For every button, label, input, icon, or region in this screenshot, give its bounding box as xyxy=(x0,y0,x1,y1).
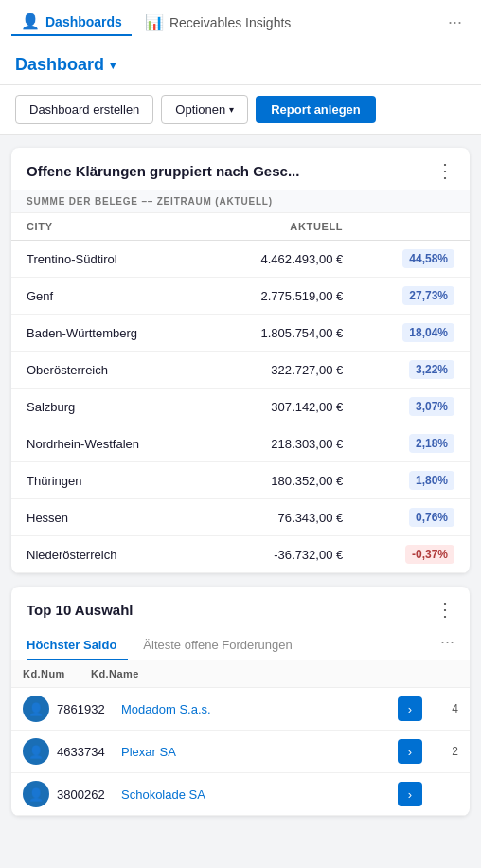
offene-klarungen-card: Offene Klärungen gruppiert nach Gesc... … xyxy=(11,148,470,573)
nav-dashboards-label: Dashboards xyxy=(45,14,122,29)
customer-name: Plexar SA xyxy=(121,745,390,759)
toolbar: Dashboard erstellen Optionen ▾ Report an… xyxy=(0,85,481,135)
city-cell: Oberösterreich xyxy=(11,352,205,389)
city-cell: Niederösterreich xyxy=(11,536,205,573)
avatar: 👤 xyxy=(23,738,49,765)
percent-cell: -0,37% xyxy=(358,536,470,573)
nav-receivables-label: Receivables Insights xyxy=(169,15,291,30)
card1-header: Offene Klärungen gruppiert nach Gesc... … xyxy=(11,148,470,190)
nav-receivables[interactable]: 📊 Receivables Insights xyxy=(135,9,300,35)
value-cell: 1.805.754,00 € xyxy=(205,315,358,352)
card2-inner: Kd.Num Kd.Name 👤 7861932 Modadom S.a.s. … xyxy=(11,660,470,816)
table-row: Baden-Württemberg 1.805.754,00 € 18,04% xyxy=(11,315,470,352)
value-cell: 76.343,00 € xyxy=(205,499,358,536)
card1-menu-icon[interactable]: ⋮ xyxy=(436,161,454,180)
city-cell: Hessen xyxy=(11,499,205,536)
table-row: Nordrhein-Westfalen 218.303,00 € 2,18% xyxy=(11,425,470,462)
card2-header: Top 10 Auswahl ⋮ xyxy=(11,587,470,628)
tabs-more-button[interactable]: ··· xyxy=(440,632,454,656)
options-dropdown-arrow: ▾ xyxy=(229,104,234,115)
table-row: Salzburg 307.142,00 € 3,07% xyxy=(11,389,470,425)
table-row: Thüringen 180.352,00 € 1,80% xyxy=(11,462,470,499)
amount-cell: 2 xyxy=(430,745,458,758)
create-report-button[interactable]: Report anlegen xyxy=(256,96,376,123)
value-cell: 4.462.493,00 € xyxy=(205,241,358,278)
customer-id: 7861932 xyxy=(57,702,114,716)
customer-name: Schokolade SA xyxy=(121,787,390,802)
value-cell: -36.732,00 € xyxy=(205,536,358,573)
customer-id: 4633734 xyxy=(57,745,114,759)
table-row: Hessen 76.343,00 € 0,76% xyxy=(11,499,470,536)
customer-id: 3800262 xyxy=(57,787,114,802)
create-dashboard-button[interactable]: Dashboard erstellen xyxy=(15,95,153,124)
card1-table: CITY AKTUELL Trentino-Südtirol 4.462.493… xyxy=(11,213,470,573)
list-item: 👤 7861932 Modadom S.a.s. › 4 xyxy=(11,688,470,731)
percent-cell: 44,58% xyxy=(358,241,470,278)
top-nav: 👤 Dashboards 📊 Receivables Insights ··· xyxy=(0,0,481,45)
card1-title: Offene Klärungen gruppiert nach Gesc... xyxy=(27,163,299,179)
city-cell: Baden-Württemberg xyxy=(11,315,205,352)
col-city-header: CITY xyxy=(11,213,205,241)
city-cell: Genf xyxy=(11,278,205,315)
table-row: Trentino-Südtirol 4.462.493,00 € 44,58% xyxy=(11,241,470,278)
options-button[interactable]: Optionen ▾ xyxy=(161,95,248,124)
value-cell: 218.303,00 € xyxy=(205,425,358,462)
nav-dashboards[interactable]: 👤 Dashboards xyxy=(11,9,132,36)
dashboard-title-dropdown[interactable]: Dashboard ▾ xyxy=(15,55,466,75)
dashboards-icon: 👤 xyxy=(21,12,40,30)
tabs-bar: Höchster Saldo Älteste offene Forderunge… xyxy=(11,628,470,660)
table-row: Niederösterreich -36.732,00 € -0,37% xyxy=(11,536,470,573)
city-cell: Trentino-Südtirol xyxy=(11,241,205,278)
value-cell: 322.727,00 € xyxy=(205,352,358,389)
percent-cell: 0,76% xyxy=(358,499,470,536)
percent-cell: 27,73% xyxy=(358,278,470,315)
percent-cell: 18,04% xyxy=(358,315,470,352)
card2-menu-icon[interactable]: ⋮ xyxy=(436,600,454,619)
dashboard-dropdown-arrow: ▾ xyxy=(110,59,116,72)
tab-hoechster-saldo[interactable]: Höchster Saldo xyxy=(27,628,128,660)
table-row: Genf 2.775.519,00 € 27,73% xyxy=(11,278,470,315)
col-kdnum-header: Kd.Num xyxy=(23,668,91,679)
header-bar: Dashboard ▾ xyxy=(0,45,481,85)
customer-name: Modadom S.a.s. xyxy=(121,702,390,716)
list-item: 👤 4633734 Plexar SA › 2 xyxy=(11,731,470,773)
table-row: Oberösterreich 322.727,00 € 3,22% xyxy=(11,352,470,389)
navigate-button[interactable]: › xyxy=(398,782,422,806)
value-cell: 2.775.519,00 € xyxy=(205,278,358,315)
card2-table-header: Kd.Num Kd.Name xyxy=(11,660,470,688)
amount-cell: 4 xyxy=(430,702,458,715)
value-cell: 307.142,00 € xyxy=(205,389,358,425)
navigate-button[interactable]: › xyxy=(398,739,422,764)
dashboard-title-label: Dashboard xyxy=(15,55,104,75)
city-cell: Thüringen xyxy=(11,462,205,499)
percent-cell: 3,22% xyxy=(358,352,470,389)
city-cell: Nordrhein-Westfalen xyxy=(11,425,205,462)
percent-cell: 1,80% xyxy=(358,462,470,499)
value-cell: 180.352,00 € xyxy=(205,462,358,499)
card2-title: Top 10 Auswahl xyxy=(27,602,134,618)
city-cell: Salzburg xyxy=(11,389,205,425)
main-content: Offene Klärungen gruppiert nach Gesc... … xyxy=(0,135,481,829)
percent-cell: 2,18% xyxy=(358,425,470,462)
avatar: 👤 xyxy=(23,696,49,722)
tab-aelteste-forderungen[interactable]: Älteste offene Forderungen xyxy=(143,628,303,660)
col-kdname-header: Kd.Name xyxy=(91,668,458,679)
navigate-button[interactable]: › xyxy=(398,696,422,721)
nav-more-button[interactable]: ··· xyxy=(440,9,470,36)
col-aktuell-header: AKTUELL xyxy=(205,213,358,241)
top10-card: Top 10 Auswahl ⋮ Höchster Saldo Älteste … xyxy=(11,587,470,816)
col-percent-header xyxy=(358,213,470,241)
list-item: 👤 3800262 Schokolade SA › xyxy=(11,773,470,816)
card2-rows: 👤 7861932 Modadom S.a.s. › 4 👤 4633734 P… xyxy=(11,688,470,816)
percent-cell: 3,07% xyxy=(358,389,470,425)
receivables-icon: 📊 xyxy=(145,13,164,31)
card1-section-label: SUMME DER BELEGE –– ZEITRAUM (AKTUELL) xyxy=(11,190,470,213)
avatar: 👤 xyxy=(23,781,49,807)
